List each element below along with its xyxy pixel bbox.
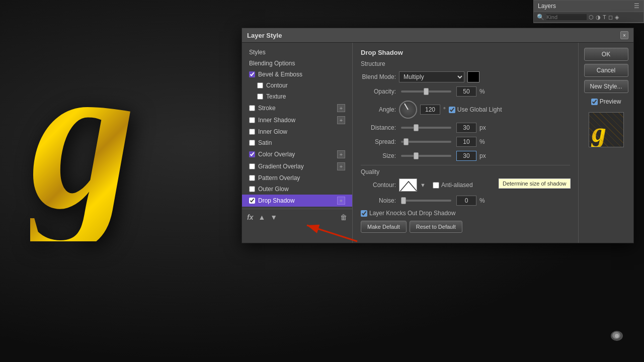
drop-shadow-label: Drop Shadow (258, 197, 295, 204)
sidebar-item-inner-shadow[interactable]: Inner Shadow + (242, 114, 352, 126)
noise-input[interactable]: 0 (456, 196, 476, 206)
sidebar-item-color-overlay[interactable]: Color Overlay + (242, 148, 352, 160)
pattern-overlay-checkbox[interactable] (249, 175, 255, 181)
stroke-checkbox[interactable] (249, 105, 255, 111)
move-down-icon[interactable]: ▼ (270, 213, 277, 221)
bevel-emboss-label: Bevel & Emboss (258, 71, 302, 78)
opacity-label: Opacity: (361, 88, 396, 95)
kind-icon-type: T (603, 14, 606, 20)
cancel-button[interactable]: Cancel (584, 64, 628, 77)
gradient-overlay-plus-button[interactable]: + (337, 162, 345, 170)
close-button[interactable]: × (620, 31, 628, 39)
angle-unit: ° (443, 106, 446, 113)
sidebar-item-inner-glow[interactable]: Inner Glow (242, 126, 352, 137)
spread-slider-thumb[interactable] (404, 138, 409, 145)
noise-slider-track[interactable] (401, 200, 451, 202)
ok-button[interactable]: OK (584, 48, 628, 61)
opacity-input[interactable]: 50 (456, 86, 476, 97)
layer-knocks-label[interactable]: Layer Knocks Out Drop Shadow (361, 210, 455, 217)
layers-panel-title: Layers (538, 3, 556, 10)
distance-unit: px (479, 124, 486, 131)
contour-preview[interactable] (399, 178, 417, 192)
anti-aliased-text: Anti-aliased (441, 182, 473, 189)
spread-input[interactable]: 10 (456, 137, 476, 147)
layers-search-input[interactable] (546, 14, 587, 20)
satin-label: Satin (258, 139, 272, 146)
blend-color-swatch[interactable] (467, 71, 479, 82)
color-overlay-label: Color Overlay (258, 151, 295, 158)
structure-subtitle: Structure (361, 60, 570, 67)
satin-checkbox[interactable] (249, 140, 255, 146)
layers-panel-menu-icon[interactable]: ☰ (634, 3, 639, 10)
layer-knocks-text: Layer Knocks Out Drop Shadow (369, 210, 455, 217)
anti-aliased-checkbox[interactable] (433, 182, 439, 189)
size-slider-thumb[interactable] (414, 152, 419, 159)
noise-slider-thumb[interactable] (401, 197, 406, 204)
layers-panel-header: Layers ☰ (534, 1, 643, 12)
opacity-slider-track[interactable] (401, 90, 451, 93)
opacity-slider-thumb[interactable] (424, 88, 429, 95)
color-overlay-checkbox[interactable] (249, 151, 255, 157)
use-global-light-label[interactable]: Use Global Light (449, 106, 502, 113)
preview-thumbnail: g (589, 112, 624, 147)
preview-checkbox[interactable] (591, 99, 598, 105)
sidebar-item-stroke[interactable]: Stroke + (242, 102, 352, 114)
size-input[interactable]: 30 (456, 151, 476, 161)
delete-icon[interactable]: 🗑 (340, 213, 347, 221)
size-slider-track[interactable] (401, 155, 451, 157)
size-unit: px (479, 152, 486, 159)
sidebar-item-contour[interactable]: Contour (242, 80, 352, 91)
sidebar-item-pattern-overlay[interactable]: Pattern Overlay (242, 172, 352, 184)
reset-default-button[interactable]: Reset to Default (410, 221, 462, 233)
use-global-light-checkbox[interactable] (449, 107, 455, 113)
texture-checkbox[interactable] (257, 94, 263, 100)
blend-mode-select[interactable]: Multiply Normal Screen Overlay (399, 71, 464, 82)
distance-slider-thumb[interactable] (414, 124, 419, 131)
contour-checkbox[interactable] (257, 82, 263, 88)
drop-shadow-checkbox[interactable] (249, 198, 255, 204)
move-up-icon[interactable]: ▲ (258, 213, 265, 221)
distance-slider-track[interactable] (401, 127, 451, 129)
cursor-icon (610, 329, 624, 344)
sidebar-item-styles[interactable]: Styles (242, 47, 352, 58)
sidebar-item-satin[interactable]: Satin (242, 137, 352, 148)
bevel-emboss-checkbox[interactable] (249, 71, 255, 77)
color-overlay-plus-button[interactable]: + (337, 150, 345, 158)
sidebar-item-gradient-overlay[interactable]: Gradient Overlay + (242, 160, 352, 172)
outer-glow-checkbox[interactable] (249, 186, 255, 192)
drop-shadow-plus-button[interactable]: + (337, 197, 345, 205)
noise-label: Noise: (361, 197, 396, 204)
kind-icon-adjust: ◑ (596, 14, 601, 21)
stroke-plus-button[interactable]: + (337, 104, 345, 112)
angle-dial[interactable] (399, 101, 417, 119)
blend-mode-row: Blend Mode: Multiply Normal Screen Overl… (361, 71, 570, 82)
angle-input[interactable]: 120 (420, 105, 440, 115)
inner-shadow-plus-button[interactable]: + (337, 116, 345, 124)
layers-search-bar: 🔍 ⬡ ◑ T ◻ ◈ (534, 12, 643, 23)
canvas-gold-letter: g (30, 30, 136, 241)
gradient-overlay-checkbox[interactable] (249, 163, 255, 169)
spread-slider-track[interactable] (401, 141, 451, 143)
sidebar-item-blending-options[interactable]: Blending Options (242, 58, 352, 69)
contour-label: Contour: (361, 182, 396, 189)
make-default-button[interactable]: Make Default (361, 221, 407, 233)
sidebar-item-drop-shadow[interactable]: Drop Shadow + (242, 195, 352, 207)
new-style-button[interactable]: New Style... (584, 80, 628, 93)
layer-style-dialog: Layer Style × Styles Blending Options Be… (242, 28, 634, 243)
sidebar-item-outer-glow[interactable]: Outer Glow (242, 184, 352, 195)
styles-footer: fx ▲ ▼ 🗑 (242, 209, 352, 225)
fx-icon[interactable]: fx (247, 213, 253, 221)
layer-knocks-checkbox[interactable] (361, 210, 367, 217)
spread-unit: % (479, 138, 485, 145)
inner-glow-checkbox[interactable] (249, 129, 255, 135)
svg-point-6 (615, 334, 619, 338)
sidebar-item-bevel-emboss[interactable]: Bevel & Emboss (242, 69, 352, 80)
inner-shadow-checkbox[interactable] (249, 117, 255, 123)
noise-row: Noise: 0 % (361, 196, 570, 206)
quality-separator (361, 165, 570, 165)
anti-aliased-label[interactable]: Anti-aliased (433, 182, 473, 189)
distance-input[interactable]: 30 (456, 123, 476, 133)
contour-dropdown-arrow[interactable]: ▼ (420, 182, 426, 188)
sidebar-item-texture[interactable]: Texture (242, 91, 352, 102)
preview-label[interactable]: Preview (591, 98, 621, 105)
